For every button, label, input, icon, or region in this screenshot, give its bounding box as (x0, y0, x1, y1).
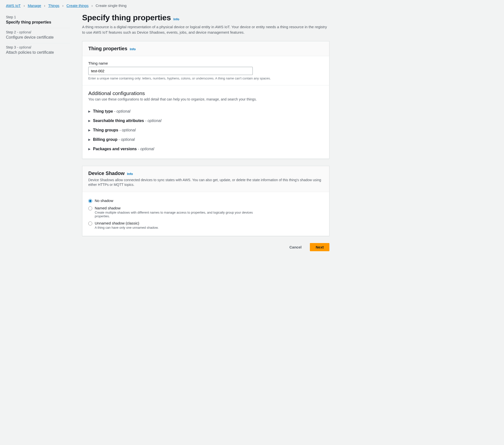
triangle-right-icon: ▶ (88, 147, 91, 151)
expander-thing-type[interactable]: ▶ Thing type - optional (88, 107, 323, 116)
breadcrumb-aws-iot[interactable]: AWS IoT (6, 3, 21, 8)
card-title: Device Shadow (88, 171, 125, 176)
page-info-link[interactable]: Info (173, 17, 179, 21)
additional-config-desc: You can use these configurations to add … (88, 97, 323, 101)
chevron-right-icon: › (44, 4, 45, 8)
expander-optional: - optional (117, 137, 135, 142)
wizard-step-1[interactable]: Step 1 Specify thing properties (6, 13, 70, 28)
radio-desc: Create multiple shadows with different n… (95, 211, 263, 218)
page-title: Specify thing properties (82, 13, 171, 22)
breadcrumb-things[interactable]: Things (48, 3, 59, 8)
breadcrumb-manage[interactable]: Manage (28, 3, 41, 8)
radio-named-shadow[interactable]: Named shadow Create multiple shadows wit… (88, 204, 323, 220)
expander-thing-groups[interactable]: ▶ Thing groups - optional (88, 125, 323, 135)
radio-label: No shadow (95, 198, 113, 203)
device-shadow-info-link[interactable]: Info (127, 172, 133, 176)
wizard-step-3[interactable]: Step 3 - optional Attach policies to cer… (6, 43, 70, 58)
step-label: Step 1 (6, 15, 16, 19)
step-label: Step 2 (6, 30, 16, 34)
expander-searchable-attributes[interactable]: ▶ Searchable thing attributes - optional (88, 116, 323, 125)
thing-name-input[interactable] (88, 67, 253, 75)
next-button[interactable]: Next (310, 243, 329, 251)
wizard-steps-sidebar: Step 1 Specify thing properties Step 2 -… (6, 13, 70, 251)
radio-input-named-shadow[interactable] (88, 206, 92, 210)
thing-properties-card: Thing properties Info Thing name Enter a… (82, 41, 329, 159)
expander-label: Searchable thing attributes (93, 119, 144, 123)
expander-optional: - optional (113, 109, 130, 113)
additional-config-title: Additional configurations (88, 90, 323, 96)
expander-optional: - optional (137, 147, 154, 151)
expander-packages-versions[interactable]: ▶ Packages and versions - optional (88, 144, 323, 154)
step-name: Configure device certificate (6, 35, 70, 40)
triangle-right-icon: ▶ (88, 119, 91, 123)
expander-label: Thing groups (93, 128, 118, 132)
step-label: Step 3 (6, 45, 16, 49)
thing-properties-info-link[interactable]: Info (130, 47, 136, 51)
expander-billing-group[interactable]: ▶ Billing group - optional (88, 135, 323, 144)
thing-name-help: Enter a unique name containing only: let… (88, 76, 323, 80)
step-name: Specify thing properties (6, 20, 70, 25)
cancel-button[interactable]: Cancel (284, 243, 307, 251)
expander-label: Billing group (93, 137, 117, 142)
breadcrumb-current: Create single thing (96, 3, 127, 8)
expander-label: Thing type (93, 109, 113, 113)
triangle-right-icon: ▶ (88, 110, 91, 113)
expander-optional: - optional (144, 119, 161, 123)
chevron-right-icon: › (92, 4, 93, 8)
thing-name-label: Thing name (88, 61, 323, 65)
wizard-footer: Cancel Next (82, 243, 329, 251)
radio-label: Unnamed shadow (classic) (95, 221, 159, 225)
radio-input-no-shadow[interactable] (88, 199, 92, 203)
radio-no-shadow[interactable]: No shadow (88, 197, 323, 204)
step-optional: - optional (16, 45, 31, 49)
device-shadow-desc: Device Shadows allow connected devices t… (88, 178, 323, 187)
radio-unnamed-shadow[interactable]: Unnamed shadow (classic) A thing can hav… (88, 220, 323, 231)
breadcrumb: AWS IoT › Manage › Things › Create thing… (6, 3, 498, 8)
expander-optional: - optional (118, 128, 136, 132)
page-description: A thing resource is a digital representa… (82, 24, 329, 35)
wizard-step-2[interactable]: Step 2 - optional Configure device certi… (6, 28, 70, 43)
step-optional: - optional (16, 30, 31, 34)
radio-desc: A thing can have only one unnamed shadow… (95, 226, 159, 229)
triangle-right-icon: ▶ (88, 128, 91, 132)
step-name: Attach policies to certificate (6, 50, 70, 55)
card-title: Thing properties (88, 46, 127, 51)
chevron-right-icon: › (62, 4, 64, 8)
triangle-right-icon: ▶ (88, 138, 91, 141)
expander-label: Packages and versions (93, 147, 137, 151)
radio-label: Named shadow (95, 206, 263, 210)
main-content: Specify thing properties Info A thing re… (82, 13, 329, 251)
chevron-right-icon: › (23, 4, 25, 8)
breadcrumb-create-things[interactable]: Create things (67, 3, 89, 8)
device-shadow-card: Device Shadow Info Device Shadows allow … (82, 166, 329, 236)
radio-input-unnamed-shadow[interactable] (88, 222, 92, 225)
